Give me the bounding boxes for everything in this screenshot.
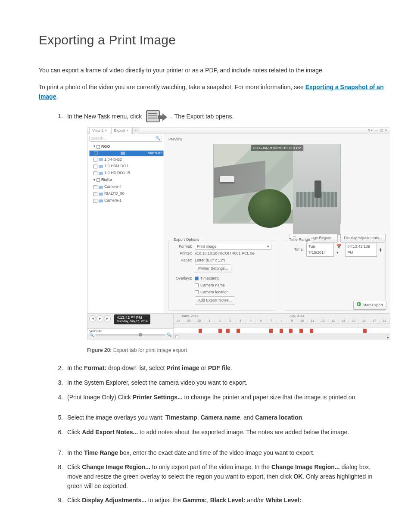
step-6: Click Add Export Notes... to add notes a…: [65, 428, 385, 437]
calendar-icon[interactable]: 📅▾: [336, 244, 343, 256]
camera-10h3do1ir[interactable]: 1.0-H3-DO1-IR: [89, 170, 164, 177]
procedure-steps: In the New Task menu, click . The Export…: [39, 109, 385, 505]
step-2: In the Format: drop-down list, select Pr…: [65, 364, 385, 373]
step-9: Click Display Adjustments... to adjust t…: [65, 496, 385, 505]
printer-settings-button[interactable]: Printer Settings...: [195, 264, 231, 273]
camera-rialto90[interactable]: RIALTO_90: [89, 190, 164, 197]
tab-export[interactable]: Export ×: [111, 127, 132, 134]
step-7: In the Time Range box, enter the exact d…: [65, 448, 385, 458]
camera-vans2[interactable]: Van's #2: [89, 150, 164, 156]
format-select[interactable]: Print image▾: [195, 244, 271, 250]
timeline-zoom-slider[interactable]: 🔍🔍: [89, 332, 171, 338]
step-4: (Print Image Only) Click Printer Setting…: [65, 393, 385, 402]
tab-view1[interactable]: View 1 ×: [89, 127, 110, 134]
camera-10h3mdo1[interactable]: 1.0-H3M-DO1: [89, 163, 164, 170]
timeline-month-july: July, 2014: [289, 314, 305, 319]
step-3: In the System Explorer, select the camer…: [65, 378, 385, 388]
playback-play-button[interactable]: ▸: [97, 315, 103, 322]
preview-label: Preview: [168, 137, 386, 143]
camera-tree: RGO Van's #2 1.0-H3-B2 1.0-H3M-DO1 1.0-H…: [87, 143, 164, 205]
export-tab-screenshot: View 1 × Export × + ⚙▾ — ◻ ✕ Search…🔍 RG…: [87, 128, 390, 339]
timeline-scrollbar[interactable]: ▸: [174, 334, 390, 339]
time-time-field[interactable]: 04:13:42:139 PM: [345, 243, 377, 257]
window-controls[interactable]: ⚙▾ — ◻ ✕: [367, 128, 388, 133]
zoom-in-icon: 🔍: [167, 332, 171, 338]
chevron-down-icon: ▾: [267, 244, 269, 250]
play-icon: [357, 302, 361, 306]
figure-caption: Figure 20: Export tab for print image ex…: [87, 346, 385, 355]
zoom-out-icon: 🔍: [89, 332, 94, 338]
step-8: Click Change Image Region... to only exp…: [65, 463, 385, 491]
intro-paragraph-1: You can export a frame of video directly…: [39, 66, 385, 75]
system-explorer-sidebar: Search…🔍 RGO Van's #2 1.0-H3-B2 1.0-H3M-…: [87, 134, 164, 313]
intro-paragraph-2: To print a photo of the video you are cu…: [39, 83, 385, 101]
step-5: Select the image overlays you want: Time…: [65, 413, 385, 423]
overlay-timestamp-checkbox[interactable]: [195, 277, 199, 280]
camera-camera1[interactable]: Camera-1: [89, 197, 164, 204]
export-main-panel: Preview 2014-Jul-15 03:59:19.119 PM Chan…: [164, 134, 390, 313]
paper-value: Letter (8.5" x 11"): [195, 258, 225, 264]
export-task-icon: [145, 109, 168, 124]
search-input[interactable]: Search…🔍: [89, 136, 162, 142]
playback-next-button[interactable]: ▸: [104, 315, 111, 322]
time-stepper[interactable]: ▴▾: [380, 248, 382, 252]
step-1: In the New Task menu, click . The Export…: [65, 109, 385, 355]
site-rialto[interactable]: Rialto: [89, 177, 164, 184]
add-export-notes-button[interactable]: Add Export Notes...: [195, 296, 235, 305]
scroll-right-icon: ▸: [387, 335, 389, 341]
time-date-field[interactable]: Tue 7/15/2014: [306, 243, 334, 257]
export-options-group: Export Options Format: Print image▾ Prin…: [168, 240, 275, 311]
video-preview: 2014-Jul-15 03:59:19.119 PM: [213, 144, 341, 224]
playback-prev-button[interactable]: ◂: [89, 315, 96, 322]
timeline-month-june: June, 2014: [181, 314, 199, 319]
overlay-cameraname-checkbox[interactable]: [195, 283, 199, 287]
page-title: Exporting a Print Image: [39, 30, 385, 50]
window-tab-bar: View 1 × Export × + ⚙▾ — ◻ ✕: [87, 128, 390, 134]
time-range-group: Time Range Time: Tue 7/15/2014 📅▾ 04:13:…: [284, 240, 386, 311]
timestamp-overlay: 2014-Jul-15 03:59:19.119 PM: [251, 145, 303, 151]
timeline-events-lane[interactable]: [174, 327, 390, 333]
tab-add[interactable]: +: [132, 127, 139, 134]
site-rgo[interactable]: RGO: [89, 143, 164, 150]
timeline-current-time-chip: 4:13:42 ¹³⁹ PM Tuesday, July 15, 2014: [114, 314, 150, 324]
timeline: ◂ ▸ ▸ 4:13:42 ¹³⁹ PM Tuesday, July 15, 2…: [87, 313, 390, 339]
start-export-button[interactable]: Start Export: [353, 301, 386, 310]
overlay-cameraloc-checkbox[interactable]: [195, 290, 199, 294]
printer-value: \\10.10.10.16\RICOH 4001 PCL 5e: [195, 251, 255, 257]
timeline-day-row[interactable]: 282930123456789101112131415161718: [174, 319, 390, 324]
camera-camera4[interactable]: Camera-4: [89, 184, 164, 190]
search-icon: 🔍: [156, 136, 160, 142]
camera-10h3b2[interactable]: 1.0-H3-B2: [89, 156, 164, 163]
